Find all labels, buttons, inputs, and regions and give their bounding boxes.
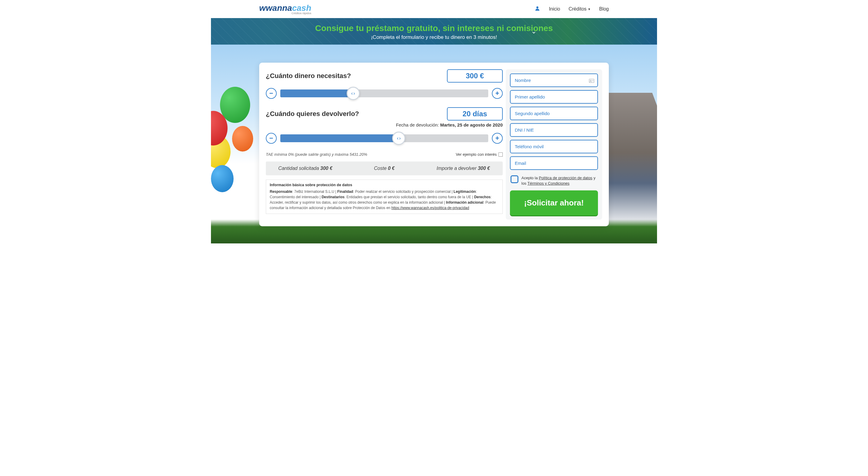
hero-section: ¿Cuánto dinero necesitas? 300 € − ‹› + ¿…: [211, 44, 657, 244]
apellido1-input[interactable]: [510, 90, 598, 104]
accept-checkbox[interactable]: [510, 175, 518, 183]
amount-increase-button[interactable]: +: [492, 88, 503, 99]
nav-inicio[interactable]: Inicio: [549, 6, 560, 12]
promo-banner: Consigue tu préstamo gratuito, sin inter…: [211, 18, 657, 44]
summary-requested: Cantidad solicitada 300 €: [266, 161, 345, 175]
tae-note: TAE mínima 0% (puede salirte gratis) y m…: [266, 152, 367, 157]
example-checkbox[interactable]: [498, 153, 503, 157]
solicitar-button[interactable]: ¡Solicitar ahora!: [510, 190, 598, 215]
summary-row: Cantidad solicitada 300 € Coste 0 € Impo…: [266, 161, 503, 175]
header: wwannacash Créditos rápidos Inicio Crédi…: [211, 0, 657, 18]
nombre-input[interactable]: [510, 73, 598, 87]
term-slider-handle[interactable]: ‹›: [392, 132, 405, 145]
summary-total: Importe a devolver 300 €: [424, 161, 503, 175]
privacy-policy-link[interactable]: Política de protección de datos: [539, 176, 592, 180]
accept-text: Acepto la Política de protección de dato…: [521, 175, 597, 186]
amount-question: ¿Cuánto dinero necesitas?: [266, 72, 351, 80]
return-date: Fecha de devolución: Martes, 25 de agost…: [266, 122, 503, 127]
telefono-input[interactable]: [510, 140, 598, 153]
amount-value: 300 €: [447, 69, 503, 83]
user-icon[interactable]: [534, 5, 540, 13]
term-question: ¿Cuándo quieres devolverlo?: [266, 110, 359, 118]
svg-point-2: [590, 80, 591, 81]
amount-decrease-button[interactable]: −: [266, 88, 277, 99]
main-card: ¿Cuánto dinero necesitas? 300 € − ‹› + ¿…: [259, 63, 609, 226]
legal-box: Información básica sobre protección de d…: [266, 180, 503, 214]
amount-slider-handle[interactable]: ‹›: [347, 87, 360, 100]
calculator-panel: ¿Cuánto dinero necesitas? 300 € − ‹› + ¿…: [266, 69, 503, 220]
banner-title: Consigue tu préstamo gratuito, sin inter…: [211, 24, 657, 33]
term-decrease-button[interactable]: −: [266, 133, 277, 144]
form-panel: Acepto la Política de protección de dato…: [506, 69, 602, 220]
summary-cost: Coste 0 €: [345, 161, 424, 175]
chevron-down-icon[interactable]: ⌄: [531, 27, 536, 35]
id-card-icon: [589, 78, 594, 84]
nav: Inicio Créditos▼ Blog: [534, 5, 609, 13]
terms-link[interactable]: Términos y Condiciones: [527, 181, 569, 186]
email-input[interactable]: [510, 156, 598, 170]
term-slider[interactable]: ‹›: [280, 134, 488, 142]
dni-input[interactable]: [510, 123, 598, 137]
balloons-decoration: [211, 84, 262, 204]
nav-creditos[interactable]: Créditos▼: [568, 6, 590, 12]
banner-subtitle: ¡Completa el formulario y recibe tu dine…: [211, 34, 657, 40]
accept-row: Acepto la Política de protección de dato…: [510, 173, 598, 190]
legal-body: Responsable: 7eBiz International S.L.U |…: [270, 189, 499, 211]
caret-down-icon: ▼: [588, 7, 591, 11]
apellido2-input[interactable]: [510, 107, 598, 120]
example-toggle[interactable]: Ver ejemplo con interés: [456, 152, 503, 157]
amount-slider[interactable]: ‹›: [280, 90, 488, 97]
privacy-link[interactable]: https://www.wannacash.es/politica-de-pri…: [392, 206, 469, 210]
svg-point-0: [536, 6, 538, 8]
term-value: 20 días: [447, 107, 503, 121]
term-increase-button[interactable]: +: [492, 133, 503, 144]
legal-title: Información básica sobre protección de d…: [270, 183, 499, 187]
nav-blog[interactable]: Blog: [599, 6, 609, 12]
logo[interactable]: wwannacash Créditos rápidos: [259, 3, 311, 15]
